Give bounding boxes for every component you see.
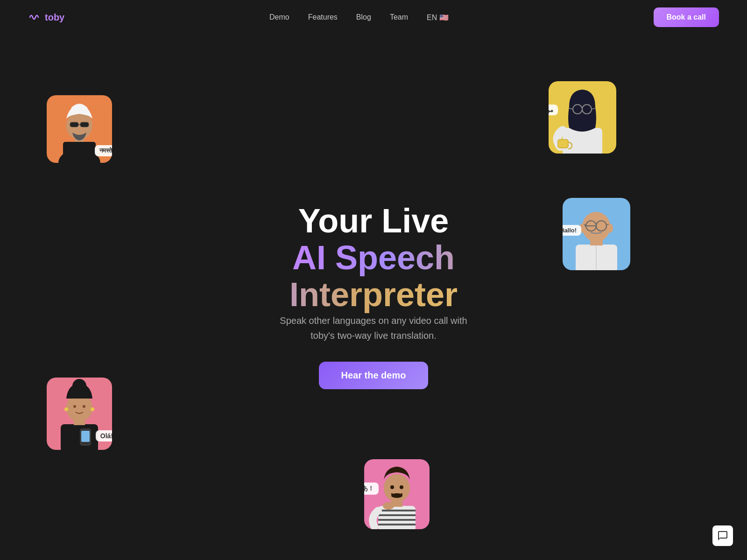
nav-links: Demo Features Blog Team EN 🇺🇸 <box>269 13 449 22</box>
svg-rect-18 <box>81 431 90 442</box>
logo-icon <box>28 11 41 24</box>
speech-bubble-bottom: やあ！ <box>364 483 379 495</box>
svg-point-22 <box>73 405 76 408</box>
nav-blog[interactable]: Blog <box>356 13 371 21</box>
nav-features[interactable]: Features <box>308 13 338 21</box>
hero-title-line2: AI Speech Interpreter <box>289 239 458 313</box>
character-card-orange: नमस्ते <box>47 95 112 163</box>
nav-lang[interactable]: EN 🇺🇸 <box>427 14 449 21</box>
svg-point-48 <box>383 502 394 510</box>
chat-icon <box>717 530 728 541</box>
hero-title: Your Live AI Speech Interpreter <box>210 203 537 314</box>
logo-link[interactable]: toby <box>28 11 64 24</box>
svg-point-21 <box>72 379 86 393</box>
speech-bubble-pink: Olá! <box>96 430 112 441</box>
nav-demo[interactable]: Demo <box>269 13 289 21</box>
character-card-pink: Olá! <box>47 378 112 450</box>
svg-rect-7 <box>563 128 602 154</box>
svg-rect-16 <box>61 424 98 450</box>
speech-bubble-yellow: مرحباً <box>549 105 558 115</box>
logo-text: toby <box>45 12 64 23</box>
hero-content: Your Live AI Speech Interpreter Speak ot… <box>210 203 537 390</box>
nav-team[interactable]: Team <box>390 13 408 21</box>
hero-title-line1: Your Live <box>298 202 449 239</box>
book-call-button[interactable]: Book a call <box>654 7 719 27</box>
svg-point-24 <box>64 407 68 411</box>
hero-section: नमस्ते مرحباً <box>0 35 747 557</box>
hear-demo-button[interactable]: Hear the demo <box>319 362 429 389</box>
chat-widget[interactable] <box>712 525 733 546</box>
character-card-bottom-pink: やあ！ <box>364 459 430 529</box>
svg-point-47 <box>400 485 403 489</box>
navbar: toby Demo Features Blog Team EN 🇺🇸 Book … <box>0 0 747 35</box>
speech-bubble-blue: Hallo! <box>563 225 581 236</box>
hero-subtitle: Speak other languages on any video call … <box>210 313 537 343</box>
svg-point-46 <box>390 485 394 489</box>
svg-rect-38 <box>378 506 416 529</box>
svg-rect-4 <box>70 122 78 127</box>
svg-rect-5 <box>80 122 89 127</box>
svg-point-25 <box>91 407 94 411</box>
svg-rect-1 <box>63 142 96 163</box>
speech-bubble-orange: नमस्ते <box>95 145 112 156</box>
svg-rect-8 <box>558 140 568 148</box>
character-card-blue: Hallo! <box>563 198 630 270</box>
character-illustration-yellow <box>549 81 616 154</box>
character-card-yellow: مرحباً <box>549 81 616 154</box>
svg-point-37 <box>607 224 613 233</box>
svg-point-23 <box>83 405 85 408</box>
